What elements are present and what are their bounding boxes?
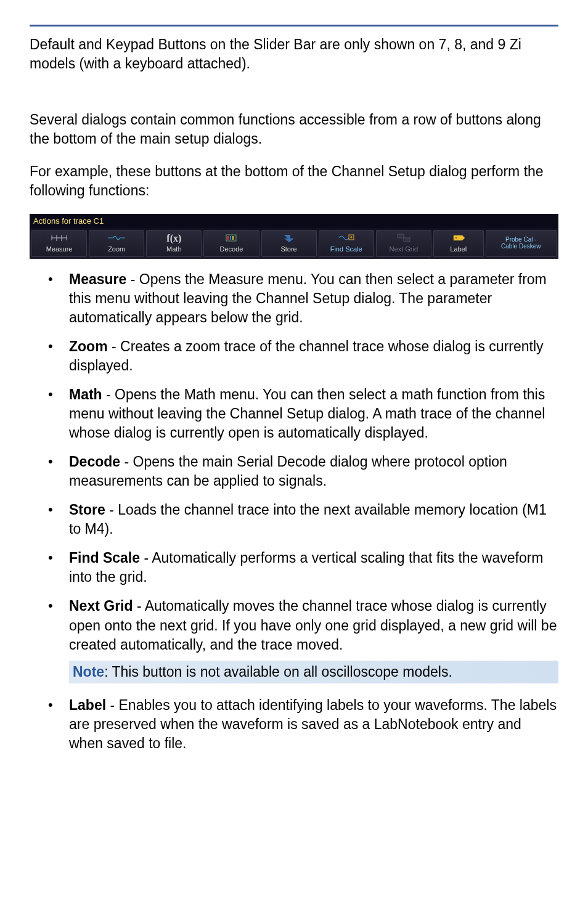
probe-cal-button[interactable]: Probe Cal - Cable Deskew — [486, 230, 557, 257]
list-item-zoom: Zoom - Creates a zoom trace of the chann… — [30, 337, 558, 375]
intro-paragraph-3: For example, these buttons at the bottom… — [30, 162, 558, 200]
next-grid-button-label: Next Grid — [390, 245, 418, 254]
list-item-nextgrid: Next Grid - Automatically moves the chan… — [30, 597, 558, 685]
next-grid-button[interactable]: Next Grid — [376, 230, 431, 257]
find-scale-icon — [335, 232, 357, 243]
desc-decode: - Opens the main Serial Decode dialog wh… — [69, 454, 507, 489]
note-label: Note — [73, 664, 104, 680]
note-box: Note: This button is not available on al… — [69, 661, 558, 683]
term-store: Store — [69, 502, 105, 518]
decode-icon — [220, 232, 242, 243]
store-button-label: Store — [280, 245, 296, 254]
term-math: Math — [69, 386, 102, 402]
list-item-findscale: Find Scale - Automatically performs a ve… — [30, 548, 558, 587]
note-text: : This button is not available on all os… — [104, 664, 452, 680]
intro-paragraph-2: Several dialogs contain common functions… — [30, 110, 558, 149]
label-icon — [447, 232, 470, 243]
svg-rect-15 — [404, 238, 410, 242]
toolbar: Measure Zoom f(x) Math — [30, 228, 558, 259]
list-item-measure: Measure - Opens the Measure menu. You ca… — [30, 270, 558, 327]
term-measure: Measure — [69, 271, 126, 287]
term-label: Label — [69, 697, 106, 713]
measure-button-label: Measure — [46, 245, 73, 254]
find-scale-button-label: Find Scale — [330, 245, 362, 254]
decode-button-label: Decode — [219, 245, 243, 254]
desc-measure: - Opens the Measure menu. You can then s… — [69, 271, 547, 325]
list-item-label: Label - Enables you to attach identifyin… — [30, 696, 558, 753]
math-button-label: Math — [166, 245, 181, 254]
store-button[interactable]: Store — [261, 230, 317, 257]
decode-button[interactable]: Decode — [203, 230, 259, 257]
desc-store: - Loads the channel trace into the next … — [69, 502, 547, 537]
label-button-label: Label — [450, 245, 467, 254]
zoom-button[interactable]: Zoom — [89, 230, 144, 257]
svg-rect-9 — [230, 236, 231, 240]
find-scale-button[interactable]: Find Scale — [319, 230, 374, 257]
zoom-icon — [105, 232, 128, 243]
term-decode: Decode — [69, 454, 120, 470]
desc-zoom: - Creates a zoom trace of the channel tr… — [69, 338, 544, 373]
desc-findscale: - Automatically performs a vertical scal… — [69, 550, 544, 585]
term-zoom: Zoom — [69, 338, 108, 354]
measure-button[interactable]: Measure — [31, 230, 87, 257]
fx-icon: f(x) — [166, 232, 181, 243]
label-button[interactable]: Label — [433, 230, 484, 257]
svg-point-20 — [455, 237, 457, 238]
term-nextgrid: Next Grid — [69, 598, 133, 614]
term-findscale: Find Scale — [69, 550, 140, 566]
measure-icon — [48, 232, 70, 243]
list-item-store: Store - Loads the channel trace into the… — [30, 500, 558, 539]
svg-rect-8 — [227, 236, 229, 240]
probe-cal-label-2: Cable Deskew — [501, 243, 541, 250]
list-item-decode: Decode - Opens the main Serial Decode di… — [30, 452, 558, 491]
svg-rect-14 — [398, 234, 404, 238]
header-divider — [30, 25, 558, 26]
desc-nextgrid: - Automatically moves the channel trace … — [69, 598, 557, 652]
intro-paragraph-1: Default and Keypad Buttons on the Slider… — [30, 35, 558, 73]
toolbar-title: Actions for trace C1 — [30, 214, 558, 228]
zoom-button-label: Zoom — [108, 245, 125, 254]
math-button[interactable]: f(x) Math — [146, 230, 202, 257]
store-icon — [278, 232, 300, 243]
toolbar-screenshot: Actions for trace C1 Measure — [30, 214, 558, 259]
desc-label: - Enables you to attach identifying labe… — [69, 697, 557, 751]
next-grid-icon — [393, 232, 415, 243]
desc-math: - Opens the Math menu. You can then sele… — [69, 386, 545, 441]
list-item-math: Math - Opens the Math menu. You can then… — [30, 385, 558, 442]
svg-rect-10 — [232, 236, 234, 240]
description-list: Measure - Opens the Measure menu. You ca… — [30, 270, 558, 753]
